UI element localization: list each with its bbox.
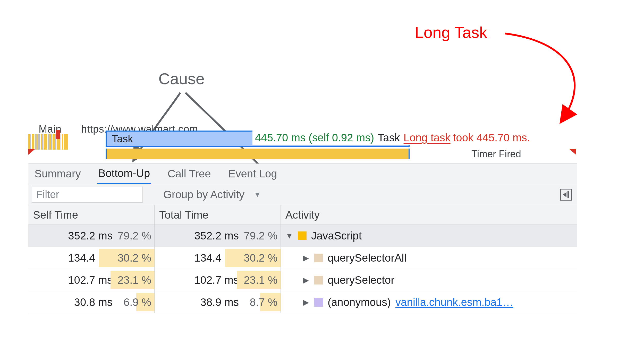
total-ms: 38.9 ms <box>182 296 239 308</box>
activity-name: querySelector <box>328 274 394 286</box>
annotation-long-task: Long Task <box>415 23 487 41</box>
group-by-select[interactable]: Group by Activity ▼ <box>163 188 261 201</box>
cell-self-time: 102.7 ms23.1 % <box>28 269 155 291</box>
activity-name: (anonymous) <box>328 296 391 308</box>
annotation-cause: Cause <box>158 70 205 88</box>
source-link[interactable]: vanilla.chunk.esm.ba1… <box>395 296 513 308</box>
disclosure-triangle-icon[interactable]: ▶ <box>302 275 310 285</box>
table-row[interactable]: 102.7 ms23.1 %102.7 ms23.1 %▶querySelect… <box>28 269 577 291</box>
tab-summary[interactable]: Summary <box>33 164 82 184</box>
table-header: Self Time Total Time Activity <box>28 205 577 225</box>
table-row[interactable]: 30.8 ms6.9 %38.9 ms8.7 %▶(anonymous)vani… <box>28 291 577 313</box>
total-pct: 23.1 % <box>239 274 277 286</box>
disclosure-triangle-icon[interactable]: ▼ <box>285 231 293 240</box>
col-total-time[interactable]: Total Time <box>155 205 281 225</box>
cell-total-time: 134.4 ms30.2 % <box>155 247 281 269</box>
mini-events <box>28 134 80 150</box>
category-color-swatch <box>298 231 307 240</box>
disclosure-triangle-icon[interactable]: ▶ <box>302 253 310 262</box>
task-name: Task <box>378 132 400 144</box>
table-row[interactable]: 352.2 ms79.2 %352.2 ms79.2 %▼JavaScript <box>28 225 577 247</box>
long-task-flag-icon <box>56 130 60 139</box>
total-ms: 352.2 ms <box>182 230 239 242</box>
overflow-left-icon <box>28 149 35 155</box>
cell-self-time: 134.4 ms30.2 % <box>28 247 155 269</box>
self-pct: 79.2 % <box>113 230 151 242</box>
chevron-down-icon: ▼ <box>254 191 261 199</box>
self-pct: 23.1 % <box>113 274 151 286</box>
tab-bottom-up[interactable]: Bottom-Up <box>97 163 151 184</box>
table-body: 352.2 ms79.2 %352.2 ms79.2 %▼JavaScript1… <box>28 225 577 313</box>
task-duration: 445.70 ms (self 0.92 ms) <box>255 132 374 144</box>
total-pct: 79.2 % <box>239 230 277 242</box>
devtools-tabs: Summary Bottom-Up Call Tree Event Log <box>28 163 577 184</box>
activity-name: JavaScript <box>311 230 362 242</box>
category-color-swatch <box>314 298 323 307</box>
self-ms: 352.2 ms <box>56 230 113 242</box>
tab-call-tree[interactable]: Call Tree <box>166 164 212 184</box>
cell-total-time: 352.2 ms79.2 % <box>155 225 281 247</box>
cell-activity: ▶querySelectorAll <box>281 247 577 269</box>
cell-activity: ▶(anonymous)vanilla.chunk.esm.ba1… <box>281 291 577 313</box>
filter-input[interactable]: Filter <box>32 187 143 203</box>
cell-total-time: 38.9 ms8.7 % <box>155 291 281 313</box>
col-activity[interactable]: Activity <box>281 205 577 225</box>
total-pct: 8.7 % <box>239 296 277 308</box>
disclosure-triangle-icon[interactable]: ▶ <box>302 298 310 307</box>
long-task-link[interactable]: Long task <box>404 132 451 144</box>
cell-activity: ▼JavaScript <box>281 225 577 247</box>
self-ms: 102.7 ms <box>56 274 113 286</box>
microtasks-block[interactable] <box>106 149 410 159</box>
category-color-swatch <box>314 276 323 285</box>
cell-total-time: 102.7 ms23.1 % <box>155 269 281 291</box>
cell-self-time: 352.2 ms79.2 % <box>28 225 155 247</box>
activity-name: querySelectorAll <box>328 252 406 264</box>
self-ms: 30.8 ms <box>56 296 113 308</box>
tab-event-log[interactable]: Event Log <box>227 164 278 184</box>
heaviest-stack-button[interactable] <box>560 189 572 201</box>
cell-activity: ▶querySelector <box>281 269 577 291</box>
timer-fired-block: Timer Fired <box>471 149 521 160</box>
task-tooltip: 445.70 ms (self 0.92 ms) Task Long task … <box>252 131 530 145</box>
flame-chart-strip: Main https://www.walmart.com Task 445.70… <box>28 125 577 161</box>
total-pct: 30.2 % <box>239 252 277 264</box>
overflow-right-icon <box>569 149 576 155</box>
self-pct: 30.2 % <box>113 252 151 264</box>
self-pct: 6.9 % <box>113 296 151 308</box>
table-row[interactable]: 134.4 ms30.2 %134.4 ms30.2 %▶querySelect… <box>28 247 577 269</box>
long-task-took: took 445.70 ms. <box>453 132 530 144</box>
category-color-swatch <box>314 254 323 262</box>
cell-self-time: 30.8 ms6.9 % <box>28 291 155 313</box>
col-self-time[interactable]: Self Time <box>28 205 155 225</box>
filter-row: Filter Group by Activity ▼ <box>28 184 577 205</box>
total-ms: 102.7 ms <box>182 274 239 286</box>
